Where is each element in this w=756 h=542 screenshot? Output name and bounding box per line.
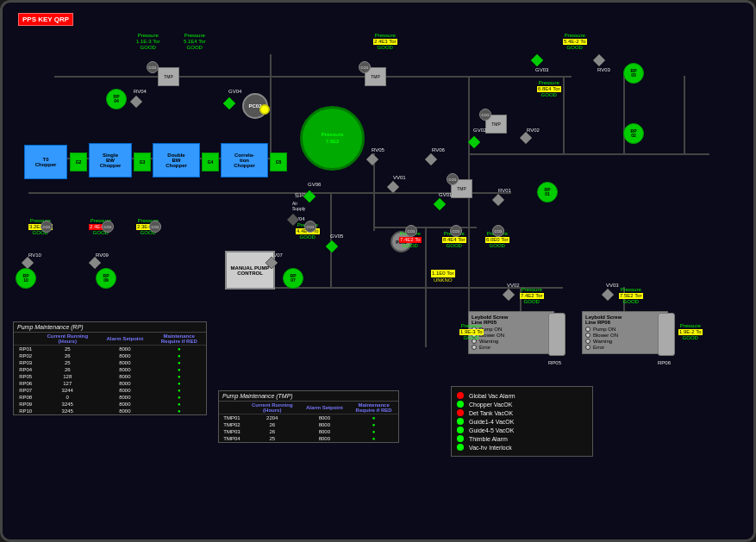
correlation-chopper[interactable]: Correla-tionChopper (221, 143, 268, 178)
gv01-valve[interactable] (434, 198, 446, 210)
alarm-dot (457, 392, 464, 399)
main-vessel[interactable]: Pressure 7.5E2 (300, 106, 365, 171)
svg-marker-8 (520, 132, 532, 144)
alarm-row: Chopper VacOK (457, 401, 587, 408)
rp09[interactable]: RP09 (96, 268, 116, 289)
alarm-label: Det Tank VacOK (469, 410, 513, 416)
leybold-rp05-title: Leybold ScrewLine RP05 (472, 315, 551, 325)
alarm-row: Global Vac Alarm (457, 392, 587, 399)
leybold-rp06-blower-dot (585, 333, 590, 338)
gv06-valve[interactable] (303, 190, 316, 202)
svg-marker-14 (266, 257, 278, 269)
gv03-label: GV03 (535, 67, 548, 72)
leybold-rp06-warning-dot (585, 339, 590, 344)
single-bw-chopper[interactable]: SingleBWChopper (89, 143, 132, 178)
rv05-valve[interactable] (366, 153, 378, 165)
rv03-label: RV03 (597, 67, 610, 72)
leybold-rp06-pump-dot (585, 327, 590, 332)
alarm-label: Chopper VacOK (469, 402, 512, 408)
leybold-rp06-error: Error (585, 345, 665, 350)
gv01-label: GV01 (439, 192, 452, 197)
pressure-label-1: Pressure 1.1E-3 Tor GOOD (136, 33, 160, 52)
alarm-dot (457, 418, 464, 425)
double-bw-chopper[interactable]: DoubleBWChopper (153, 143, 200, 178)
table-row: RP09 3245 8000 (14, 401, 206, 408)
pressure-label-2: Pressure 5.1E4 Tor GOOD (184, 33, 206, 52)
svg-marker-10 (366, 153, 378, 165)
rv03-valve[interactable] (593, 54, 605, 66)
guide2: G2 (70, 153, 87, 171)
leybold-rp06-error-dot (585, 345, 590, 350)
guide4: G4 (202, 153, 219, 171)
table-row: TMP02 26 8000 (219, 421, 398, 428)
alarm-label: Thimble Alarm (469, 436, 508, 442)
rp07[interactable]: RP07 (283, 268, 303, 289)
alarm-dot (457, 427, 464, 433)
svg-marker-0 (223, 97, 235, 109)
rv10-valve[interactable] (22, 257, 34, 269)
t0-chopper[interactable]: T0Chopper (24, 145, 67, 179)
leybold-rp05-blower: Blower ON (472, 333, 551, 338)
rp03[interactable]: RP03 (623, 63, 644, 84)
gv05-valve[interactable] (326, 240, 338, 252)
pump-table-tmp-title: Pump Maintenance (TMP) (219, 391, 398, 402)
rp06-label: RP06 (658, 360, 671, 365)
vv01-valve[interactable] (387, 181, 399, 193)
leybold-rp06-title: Leybold ScrewLine RP06 (585, 315, 665, 325)
rv05-label: RV05 (372, 147, 384, 153)
ccg5: CCG (41, 221, 53, 233)
ccg10: CCG (450, 225, 462, 237)
gv04-valve[interactable] (223, 97, 235, 109)
leybold-panel-rp06: Leybold ScrewLine RP06 Pump ON Blower ON… (582, 311, 668, 354)
tmp1[interactable]: TMP (158, 67, 179, 86)
vv04-valve[interactable] (287, 214, 299, 226)
rv07-valve[interactable] (266, 257, 278, 269)
pressure-label-vv3: Pressure 7.5E2 Tor GOOD (619, 287, 643, 306)
pps-key-label[interactable]: PPS KEY QRP (18, 13, 73, 26)
svg-marker-6 (130, 96, 142, 108)
pressure-unkno: 1.1E0 Tor UNKNO (431, 270, 455, 283)
rv04-valve[interactable] (130, 96, 142, 108)
table-row: RP08 0 8000 (14, 394, 206, 401)
gv03-valve[interactable] (531, 54, 543, 66)
alarm-row: Guide4-5 VacOK (457, 427, 587, 433)
rv09-valve[interactable] (89, 257, 101, 269)
svg-marker-7 (593, 54, 605, 66)
vv02-label: VV02 (507, 283, 520, 288)
table-row: RP06 127 8000 (14, 380, 206, 387)
gv02-valve[interactable] (468, 136, 480, 148)
rp05-label: RP05 (548, 360, 561, 365)
vv02-valve[interactable] (503, 289, 515, 301)
rv04-label: RV04 (134, 89, 147, 94)
alarm-dot (457, 409, 464, 416)
pressure-label-4: Pressure 5.4E-2 To GOOD (563, 33, 587, 52)
table-row: RP02 26 8000 (14, 352, 206, 359)
ccg1: CCG (147, 61, 159, 73)
rp01[interactable]: RP01 (537, 182, 558, 202)
leybold-rp06-pump: Pump ON (585, 327, 665, 332)
pressure-leybold1: Pressure 1.9E-3 To GOOD (459, 323, 484, 342)
rv01-label: RV01 (498, 188, 511, 193)
main-panel: PPS KEY QRP T0Chopper G2 SingleBWChopper… (3, 3, 753, 539)
rp10[interactable]: RP10 (16, 268, 36, 289)
ccg6: CCG (102, 221, 114, 233)
rv06-valve[interactable] (425, 153, 437, 165)
rv02-valve[interactable] (520, 132, 532, 144)
alarm-row: Vac-hv Interlock (457, 444, 587, 451)
leybold-rp05-error-dot (472, 345, 477, 350)
rp04[interactable]: RP04 (106, 89, 127, 109)
rp02[interactable]: RP02 (623, 123, 644, 144)
alarm-label: Global Vac Alarm (469, 393, 515, 399)
screen: PPS KEY QRP T0Chopper G2 SingleBWChopper… (0, 0, 756, 542)
svg-marker-9 (492, 194, 504, 206)
gv04-label: GV04 (228, 89, 241, 94)
leybold-rp06-blower: Blower ON (585, 333, 665, 338)
vv03-valve[interactable] (602, 289, 614, 301)
pump-table-tmp: Pump Maintenance (TMP) Current Running(H… (218, 390, 399, 443)
gv05-label: GV05 (330, 234, 343, 239)
alarm-dot (457, 444, 464, 451)
vv03-label: VV03 (606, 283, 619, 288)
rp06-cylinder (658, 313, 675, 356)
alarm-row: Det Tank VacOK (457, 409, 587, 416)
rv01-valve[interactable] (492, 194, 504, 206)
